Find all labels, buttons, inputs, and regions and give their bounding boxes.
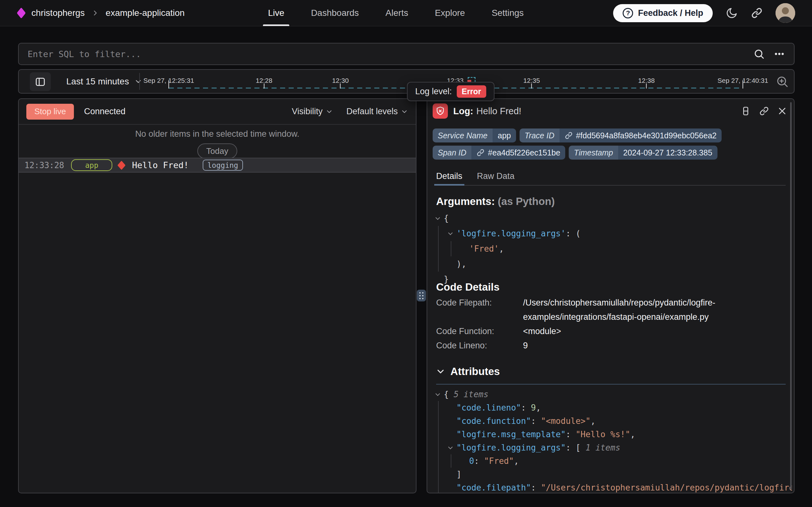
timestamp-chip[interactable]: Timestamp 2024-09-27 12:33:28.385: [569, 146, 717, 160]
timeline-tick: 12:30: [332, 77, 349, 91]
code-details-heading: Code Details: [436, 281, 500, 293]
service-name-chip[interactable]: Service Name app: [433, 128, 516, 143]
code-line: ]: [432, 468, 792, 481]
stop-live-button[interactable]: Stop live: [26, 104, 74, 120]
collapse-chevron-icon[interactable]: [436, 392, 440, 396]
logging-tag-badge[interactable]: logging: [203, 160, 243, 171]
nav-tabs: Live Dashboards Alerts Explore Settings: [268, 0, 524, 26]
breadcrumb: christophergs example-application: [18, 0, 185, 26]
nav-tab-alerts[interactable]: Alerts: [385, 0, 408, 26]
link-icon: [565, 131, 573, 139]
link-icon: [751, 7, 763, 19]
collapse-chevron-icon[interactable]: [448, 231, 453, 235]
breadcrumb-project[interactable]: example-application: [106, 8, 185, 18]
timeline-panel: Last 15 minutes Sep 27, 12:25:31 12:28 1…: [18, 69, 795, 94]
log-row[interactable]: 12:33:28 app Hello Fred! logging: [19, 158, 416, 173]
default-levels-dropdown[interactable]: Default levels: [347, 107, 408, 116]
panel-split-icon: [741, 106, 751, 116]
tab-raw-data[interactable]: Raw Data: [477, 171, 515, 185]
log-level-tooltip: Log level: Error: [407, 82, 495, 101]
code-line: 'logfire.logging_args': (: [432, 226, 792, 241]
panel-collapse-icon: [35, 76, 46, 87]
timeline-tick: 12:28: [256, 77, 272, 91]
scrollbar-thumb[interactable]: [790, 102, 792, 490]
indent-guide: [438, 226, 439, 241]
timeline-tick: Sep 27, 12:40:31: [717, 77, 768, 91]
code-line: "code.function": "<module>",: [432, 414, 792, 428]
collapse-chevron-icon[interactable]: [436, 215, 440, 220]
live-panel-header: Stop live Connected Visibility Default l…: [19, 99, 416, 125]
code-function-row: Code Function: <module>: [436, 324, 781, 339]
span-id-chip[interactable]: Span ID #ea4d5f226ec151be: [433, 146, 565, 160]
arguments-heading: Arguments: (as Python): [436, 195, 555, 208]
visibility-dropdown[interactable]: Visibility: [292, 107, 333, 116]
today-button[interactable]: Today: [197, 144, 237, 159]
logfire-logo-icon[interactable]: [17, 7, 26, 18]
breadcrumb-org[interactable]: christophergs: [32, 8, 85, 18]
attributes-heading[interactable]: Attributes: [436, 365, 500, 378]
collapse-chevron-icon[interactable]: [448, 445, 453, 449]
error-diamond-icon: [118, 161, 126, 170]
nav-tab-dashboards[interactable]: Dashboards: [311, 0, 359, 26]
share-link-button[interactable]: [751, 7, 763, 19]
close-button[interactable]: [777, 106, 787, 116]
panel-resize-handle[interactable]: [417, 290, 426, 301]
sql-bar-icons: [753, 48, 794, 60]
zoom-in-button[interactable]: [775, 75, 789, 88]
service-badge[interactable]: app: [71, 159, 112, 171]
code-line: "code.filepath": "/Users/christophersami…: [432, 481, 792, 493]
breadcrumb-separator-icon: [92, 9, 99, 16]
user-avatar[interactable]: [775, 3, 795, 23]
log-message: Hello Fred!: [132, 160, 189, 170]
nav-tab-live[interactable]: Live: [268, 0, 284, 26]
moon-icon: [726, 7, 738, 19]
code-line: "logfire.msg_template": "Hello %s!",: [432, 428, 792, 441]
indent-guide: [438, 468, 439, 481]
attributes-code-block: { 5 items"code.lineno": 9,"code.function…: [432, 388, 792, 493]
chevron-down-icon: [134, 77, 142, 86]
magnifier-plus-icon: [775, 75, 789, 88]
divider: [139, 73, 140, 90]
sidebar-toggle-button[interactable]: [30, 72, 51, 91]
error-level-badge: Error: [457, 86, 486, 98]
metadata-badges: Service Name app Trace ID #fdd5694a8fa98…: [433, 128, 737, 160]
indent-guide: [451, 241, 451, 257]
more-options-icon[interactable]: [773, 48, 785, 60]
search-icon[interactable]: [753, 48, 765, 60]
tooltip-label: Log level:: [415, 87, 452, 97]
timeline-tick: 12:38: [638, 77, 655, 91]
theme-toggle-button[interactable]: [726, 7, 738, 19]
code-lineno-row: Code Lineno: 9: [436, 339, 781, 353]
feedback-help-button[interactable]: ? Feedback / Help: [613, 4, 713, 22]
tab-details[interactable]: Details: [436, 171, 462, 185]
timeline-tick: Sep 27, 12:25:31: [143, 77, 194, 91]
indent-guide: [438, 428, 439, 441]
code-line: ),: [432, 257, 792, 272]
nav-right-cluster: ? Feedback / Help: [613, 0, 795, 26]
nav-tab-settings[interactable]: Settings: [492, 0, 524, 26]
trace-id-chip[interactable]: Trace ID #fdd5694a8fa98eb4e301d99ebc056e…: [519, 128, 722, 143]
chevron-down-icon: [400, 108, 408, 115]
code-line: {: [432, 211, 792, 226]
nav-tab-explore[interactable]: Explore: [435, 0, 465, 26]
detail-header: Log:Hello Fred!: [433, 103, 787, 119]
code-line: 0: "Fred",: [432, 454, 792, 468]
code-line: { 5 items: [432, 388, 792, 401]
copy-link-button[interactable]: [759, 106, 769, 116]
log-detail-panel: Log:Hello Fred! Service Name app Trace I…: [427, 98, 795, 493]
indent-guide: [438, 414, 439, 428]
code-line: 'Fred',: [432, 241, 792, 257]
help-question-icon: ?: [623, 8, 633, 18]
sql-filter-bar: [18, 43, 795, 65]
detail-tabs: Details Raw Data: [436, 171, 786, 186]
code-details-rows: Code Filepath: /Users/christophersamiull…: [436, 296, 781, 353]
divider: [436, 384, 786, 385]
time-range-selector[interactable]: Last 15 minutes: [59, 70, 142, 93]
detail-title: Log:Hello Fred!: [453, 106, 521, 116]
indent-guide: [451, 454, 451, 468]
code-line: "logfire.logging_args": [ 1 items: [432, 441, 792, 454]
indent-guide: [438, 401, 439, 414]
indent-guide: [438, 481, 439, 493]
sql-filter-input[interactable]: [19, 49, 753, 59]
split-view-button[interactable]: [741, 106, 751, 116]
